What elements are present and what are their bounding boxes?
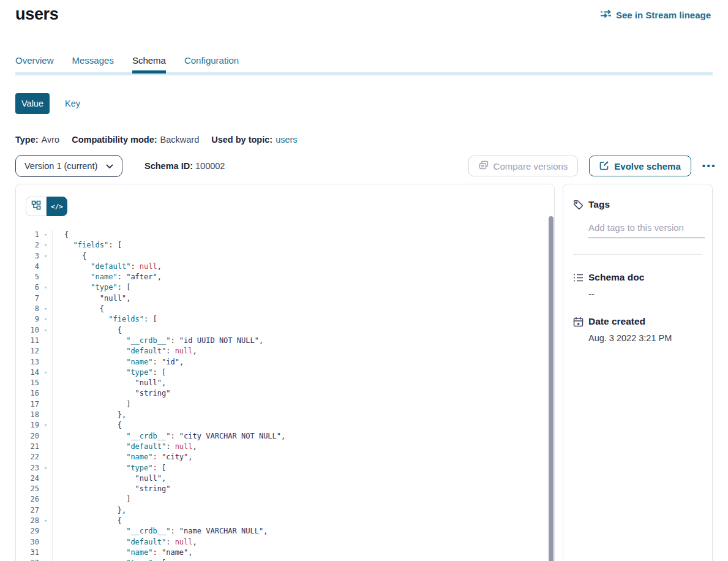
compare-versions-button[interactable]: Compare versions: [468, 156, 579, 176]
tab-messages[interactable]: Messages: [72, 55, 114, 73]
fold-toggle-icon[interactable]: ▾: [44, 369, 47, 375]
tags-title: Tags: [588, 199, 610, 210]
fold-toggle-icon[interactable]: ▾: [44, 242, 47, 248]
chevron-down-icon: [106, 161, 113, 171]
tab-configuration[interactable]: Configuration: [184, 55, 239, 73]
code-text: "name": "after",: [53, 272, 162, 282]
evolve-schema-label: Evolve schema: [614, 161, 680, 171]
code-line: 28▾ {: [16, 516, 554, 526]
fold-gutter: [39, 293, 53, 304]
fold-gutter: [39, 262, 53, 272]
version-select[interactable]: Version 1 (current): [15, 155, 122, 177]
version-select-value: Version 1 (current): [24, 161, 97, 171]
line-number: 30: [16, 537, 39, 548]
fold-gutter: ▾: [39, 420, 53, 431]
code-text: "name": "name",: [53, 548, 193, 558]
fold-gutter: ▾: [39, 367, 53, 378]
code-line: 21 "default": null,: [16, 442, 554, 452]
code-line: 16 "string": [16, 388, 554, 399]
date-created-title: Date created: [588, 316, 645, 327]
tab-overview[interactable]: Overview: [15, 55, 54, 73]
code-text: "default": null,: [53, 442, 197, 452]
tree-view-button[interactable]: [26, 197, 47, 216]
schema-doc-icon: [573, 273, 584, 282]
code-view-button[interactable]: </>: [47, 197, 67, 216]
tab-schema[interactable]: Schema: [132, 55, 166, 73]
code-line: 4 "default": null,: [16, 262, 554, 272]
fold-gutter: [39, 410, 53, 420]
fold-gutter: [39, 399, 53, 410]
code-line: 12 "default": null,: [16, 346, 554, 356]
fold-toggle-icon[interactable]: ▾: [44, 465, 47, 471]
line-number: 27: [16, 505, 39, 516]
code-lines: 1▾{2▾ "fields": [3▾ {4 "default": null,5…: [16, 230, 554, 561]
code-text: {: [53, 251, 86, 262]
code-text: "null",: [53, 378, 166, 388]
code-text: "name": "id",: [53, 357, 184, 367]
code-line: 18 },: [16, 410, 554, 420]
fold-toggle-icon[interactable]: ▾: [44, 327, 47, 333]
tag-icon: [573, 200, 584, 210]
code-text: "type": [: [53, 463, 166, 473]
code-text: "__crdb__": "city VARCHAR NOT NULL",: [53, 431, 285, 442]
code-line: 25 "string": [16, 484, 554, 494]
sidebar-divider: [573, 254, 702, 255]
key-toggle-link[interactable]: Key: [65, 99, 80, 108]
code-text: ]: [53, 494, 130, 505]
line-number: 20: [16, 431, 39, 442]
line-number: 14: [16, 367, 39, 378]
line-number: 9: [16, 314, 39, 325]
fold-gutter: ▾: [39, 282, 53, 293]
tags-input[interactable]: [588, 222, 705, 238]
code-line: 30 "default": null,: [16, 537, 554, 548]
code-text: {: [53, 420, 122, 431]
stream-lineage-link[interactable]: See in Stream lineage: [600, 9, 711, 20]
line-number: 16: [16, 388, 39, 399]
editor-scrollbar-thumb[interactable]: [549, 216, 554, 561]
fold-toggle-icon[interactable]: ▾: [44, 253, 47, 259]
code-text: "fields": [: [53, 240, 122, 250]
used-by-topic-field: Used by topic:users: [211, 135, 297, 145]
fold-toggle-icon[interactable]: ▾: [44, 518, 47, 524]
fold-gutter: [39, 336, 53, 346]
line-number: 23: [16, 463, 39, 473]
code-line: 22 "name": "city",: [16, 452, 554, 462]
line-number: 5: [16, 272, 39, 282]
line-number: 22: [16, 452, 39, 462]
fold-toggle-icon[interactable]: ▾: [44, 422, 47, 428]
code-text: "type": [: [53, 282, 130, 293]
code-text: "default": null,: [53, 346, 197, 356]
code-text: "__crdb__": "name VARCHAR NULL",: [53, 526, 268, 537]
fold-gutter: [39, 537, 53, 548]
page-title: users: [15, 5, 59, 24]
code-text: "null",: [53, 293, 130, 304]
code-line: 13 "name": "id",: [16, 357, 554, 367]
line-number: 21: [16, 442, 39, 452]
line-number: 26: [16, 494, 39, 505]
line-number: 6: [16, 282, 39, 293]
line-number: 28: [16, 516, 39, 526]
code-line: 2▾ "fields": [: [16, 240, 554, 250]
fold-gutter: ▾: [39, 304, 53, 314]
line-number: 4: [16, 262, 39, 272]
code-line: 29 "__crdb__": "name VARCHAR NULL",: [16, 526, 554, 537]
fold-toggle-icon[interactable]: ▾: [44, 232, 47, 238]
code-text: "default": null,: [53, 262, 162, 272]
fold-gutter: [39, 548, 53, 558]
compatibility-field: Compatibility mode:Backward: [72, 135, 199, 145]
code-line: 9▾ "fields": [: [16, 314, 554, 325]
fold-toggle-icon[interactable]: ▾: [44, 306, 47, 312]
topic-link[interactable]: users: [276, 135, 297, 145]
fold-toggle-icon[interactable]: ▾: [44, 316, 47, 322]
code-text: "__crdb__": "id UUID NOT NULL",: [53, 336, 263, 346]
tab-underline-track: [15, 72, 713, 75]
fold-toggle-icon[interactable]: ▾: [44, 284, 47, 290]
code-text: "default": null,: [53, 537, 197, 548]
code-text: "type": [: [53, 367, 166, 378]
fold-gutter: [39, 346, 53, 356]
code-text: {: [53, 516, 122, 526]
evolve-schema-button[interactable]: Evolve schema: [589, 156, 691, 176]
more-options-button[interactable]: •••: [702, 163, 716, 169]
fold-gutter: [39, 473, 53, 484]
value-toggle-button[interactable]: Value: [15, 93, 50, 114]
